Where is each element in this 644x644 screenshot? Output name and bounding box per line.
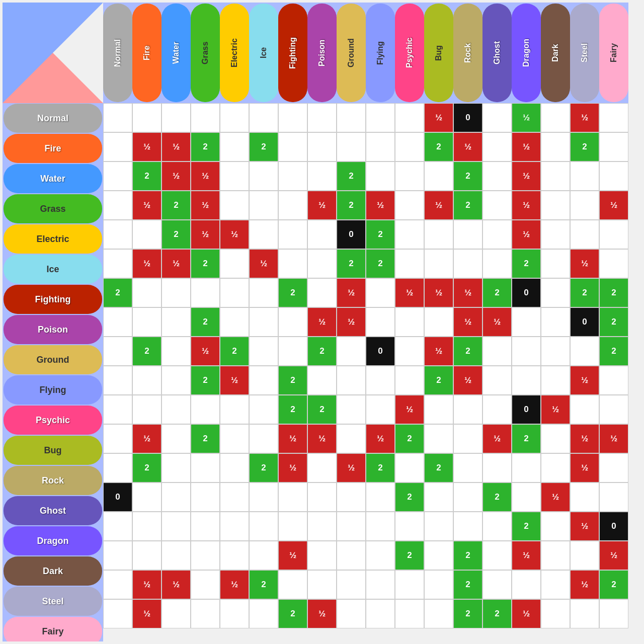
grid-cell: ½ <box>132 249 162 278</box>
grid-row: 2½22½½ <box>103 366 628 395</box>
grid-cell <box>307 103 337 132</box>
grid-cell: 2 <box>191 366 220 395</box>
grid-cell <box>191 103 220 132</box>
grid-cell <box>220 191 249 220</box>
grid-cell: ½ <box>220 366 249 395</box>
grid-cell: ½ <box>570 249 599 278</box>
row-type-steel: Steel <box>4 587 102 616</box>
grid-cell: ½ <box>132 599 162 628</box>
grid-cell <box>512 337 541 366</box>
row-type-dragon: Dragon <box>4 526 102 555</box>
grid-row: ½22½½ <box>103 541 628 570</box>
grid-cell <box>191 278 220 307</box>
grid-cell: ½ <box>453 307 482 337</box>
grid-cell: ½ <box>220 220 249 249</box>
grid-cell <box>278 337 307 366</box>
grid-cell <box>599 366 628 395</box>
grid-cell <box>395 249 424 278</box>
grid-cell: 2 <box>512 424 541 453</box>
grid-cell <box>337 599 366 628</box>
col-type-ice: Ice <box>249 4 278 102</box>
grid-cell <box>512 482 541 512</box>
grid-cell <box>424 570 453 599</box>
row-type-fire: Fire <box>4 134 102 163</box>
grid-cell <box>220 599 249 628</box>
col-type-fighting: Fighting <box>278 4 307 102</box>
col-type-ghost: Ghost <box>482 4 512 102</box>
grid-cell: 2 <box>482 482 512 512</box>
grid-cell: ½ <box>162 132 191 162</box>
grid-cell <box>395 512 424 541</box>
grid-cell <box>249 512 278 541</box>
grid-cell <box>103 395 132 424</box>
grid-cell: 2 <box>424 453 453 482</box>
row-type-electric: Electric <box>4 224 102 254</box>
grid-cell <box>162 512 191 541</box>
grid-cell <box>307 132 337 162</box>
grid-cell: ½ <box>337 453 366 482</box>
grid-cell <box>541 191 570 220</box>
grid-cell <box>132 482 162 512</box>
grid-cell <box>541 249 570 278</box>
grid-cell <box>103 249 132 278</box>
grid-cell <box>541 103 570 132</box>
grid-cell <box>162 307 191 337</box>
col-type-bug: Bug <box>424 4 453 102</box>
grid-cell <box>541 162 570 191</box>
grid-cell <box>395 220 424 249</box>
grid-cell <box>482 220 512 249</box>
grid-cell <box>103 570 132 599</box>
grid-cell: 2 <box>132 162 162 191</box>
grid-cell <box>599 220 628 249</box>
row-type-rock: Rock <box>4 466 102 495</box>
grid-cell <box>482 512 512 541</box>
row-type-fighting: Fighting <box>4 285 102 314</box>
grid-cell <box>453 512 482 541</box>
grid-cell: 2 <box>453 337 482 366</box>
grid-cell <box>599 103 628 132</box>
grid-cell: ½ <box>424 337 453 366</box>
grid-cell <box>307 453 337 482</box>
grid-row: 2½0 <box>103 512 628 541</box>
grid-cell <box>132 541 162 570</box>
grid-cell: ½ <box>424 191 453 220</box>
grid-cell <box>337 512 366 541</box>
grid-cell: 2 <box>512 512 541 541</box>
grid-cell: ½ <box>162 570 191 599</box>
grid-cell: 2 <box>249 132 278 162</box>
grid-cell: 2 <box>453 570 482 599</box>
grid-cell <box>541 424 570 453</box>
grid-cell: ½ <box>249 249 278 278</box>
grid-cell: ½ <box>570 570 599 599</box>
grid-cell: ½ <box>132 424 162 453</box>
row-type-bug: Bug <box>4 436 102 465</box>
grid-cell: ½ <box>512 132 541 162</box>
grid-cell: 2 <box>512 249 541 278</box>
grid-cell: 2 <box>599 278 628 307</box>
col-type-dragon: Dragon <box>512 4 541 102</box>
grid-row: ½½2½222½ <box>103 249 628 278</box>
grid-cell: ½ <box>424 103 453 132</box>
grid-cell <box>162 599 191 628</box>
grid-cell <box>512 570 541 599</box>
grid-cell <box>132 366 162 395</box>
grid-cell <box>162 541 191 570</box>
grid-cell <box>482 191 512 220</box>
grid-cell: ½ <box>220 570 249 599</box>
grid-cell: ½ <box>307 307 337 337</box>
grid-cell: ½ <box>366 191 395 220</box>
grid-cell <box>162 337 191 366</box>
grid-cell <box>249 278 278 307</box>
grid-cell <box>570 191 599 220</box>
grid-cell <box>395 132 424 162</box>
grid-cell <box>249 482 278 512</box>
grid-cell: 0 <box>103 482 132 512</box>
grid-cell <box>453 220 482 249</box>
grid-cell <box>278 249 307 278</box>
grid-cell: 2 <box>191 307 220 337</box>
grid-cell: ½ <box>453 132 482 162</box>
grid-cell: 2 <box>482 599 512 628</box>
col-type-steel: Steel <box>570 4 599 102</box>
grid-cell: ½ <box>191 162 220 191</box>
grid-cell: ½ <box>307 424 337 453</box>
